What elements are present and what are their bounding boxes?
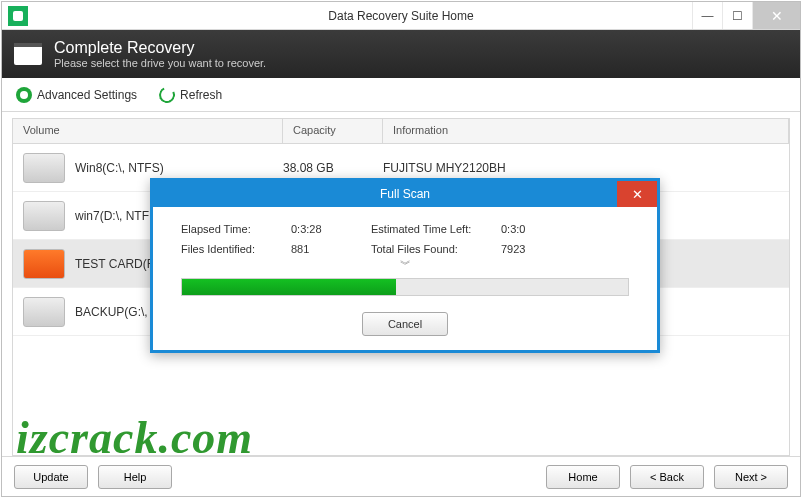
help-button[interactable]: Help (98, 465, 172, 489)
progress-bar (181, 278, 629, 296)
col-information[interactable]: Information (383, 119, 789, 143)
total-files-value: 7923 (501, 243, 561, 255)
titlebar: Data Recovery Suite Home — ☐ ✕ (2, 2, 800, 30)
banner-heading: Complete Recovery (54, 39, 266, 57)
footer: Update Help Home < Back Next > (2, 456, 800, 496)
refresh-label: Refresh (180, 88, 222, 102)
total-files-label: Total Files Found: (371, 243, 501, 255)
back-button[interactable]: < Back (630, 465, 704, 489)
app-icon (8, 6, 28, 26)
window-close-button[interactable]: ✕ (752, 2, 800, 29)
window-title: Data Recovery Suite Home (2, 9, 800, 23)
drive-icon (23, 297, 65, 327)
drive-icon (23, 201, 65, 231)
banner: Complete Recovery Please select the driv… (2, 30, 800, 78)
drive-volume: Win8(C:\, NTFS) (75, 161, 283, 175)
next-button[interactable]: Next > (714, 465, 788, 489)
refresh-icon (157, 84, 178, 105)
minimize-button[interactable]: — (692, 2, 722, 29)
home-button[interactable]: Home (546, 465, 620, 489)
gear-icon (16, 87, 32, 103)
banner-sub: Please select the drive you want to reco… (54, 57, 266, 69)
col-volume[interactable]: Volume (13, 119, 283, 143)
drive-icon (23, 249, 65, 279)
advanced-settings-button[interactable]: Advanced Settings (16, 87, 137, 103)
expand-icon[interactable]: ︾ (181, 257, 629, 272)
maximize-button[interactable]: ☐ (722, 2, 752, 29)
drive-info: FUJITSU MHY2120BH (383, 161, 789, 175)
drive-icon (23, 153, 65, 183)
dialog-close-button[interactable]: ✕ (617, 181, 657, 207)
eta-label: Estimated Time Left: (371, 223, 501, 235)
advanced-label: Advanced Settings (37, 88, 137, 102)
full-scan-dialog: Full Scan ✕ Elapsed Time: 0:3:28 Estimat… (150, 178, 660, 353)
drive-capacity: 38.08 GB (283, 161, 383, 175)
dialog-title: Full Scan (380, 187, 430, 201)
files-identified-label: Files Identified: (181, 243, 291, 255)
elapsed-value: 0:3:28 (291, 223, 371, 235)
drive-icon (14, 43, 42, 65)
toolbar: Advanced Settings Refresh (2, 78, 800, 112)
cancel-button[interactable]: Cancel (362, 312, 448, 336)
col-capacity[interactable]: Capacity (283, 119, 383, 143)
dialog-titlebar: Full Scan ✕ (153, 181, 657, 207)
eta-value: 0:3:0 (501, 223, 561, 235)
update-button[interactable]: Update (14, 465, 88, 489)
drive-list-header: Volume Capacity Information (12, 118, 790, 144)
progress-fill (182, 279, 396, 295)
refresh-button[interactable]: Refresh (159, 87, 222, 103)
files-identified-value: 881 (291, 243, 371, 255)
elapsed-label: Elapsed Time: (181, 223, 291, 235)
